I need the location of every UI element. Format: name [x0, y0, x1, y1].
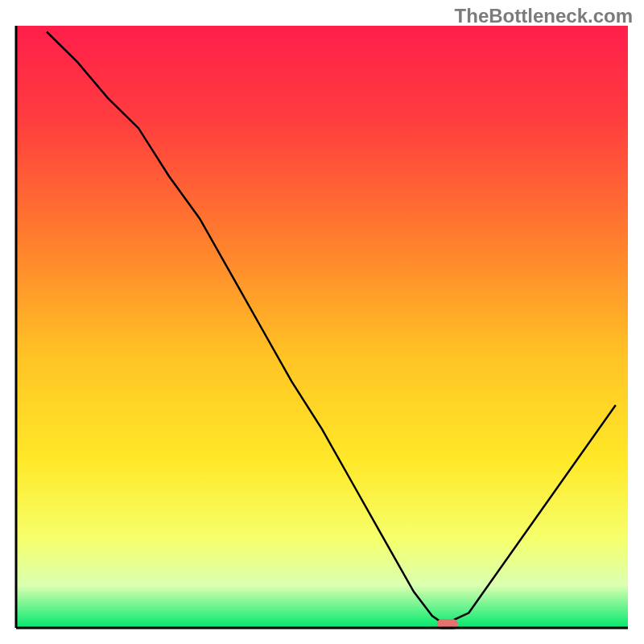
watermark: TheBottleneck.com [455, 5, 633, 27]
plot-background [16, 26, 628, 628]
bottleneck-chart [0, 0, 644, 644]
chart-container: TheBottleneck.com [0, 0, 644, 644]
